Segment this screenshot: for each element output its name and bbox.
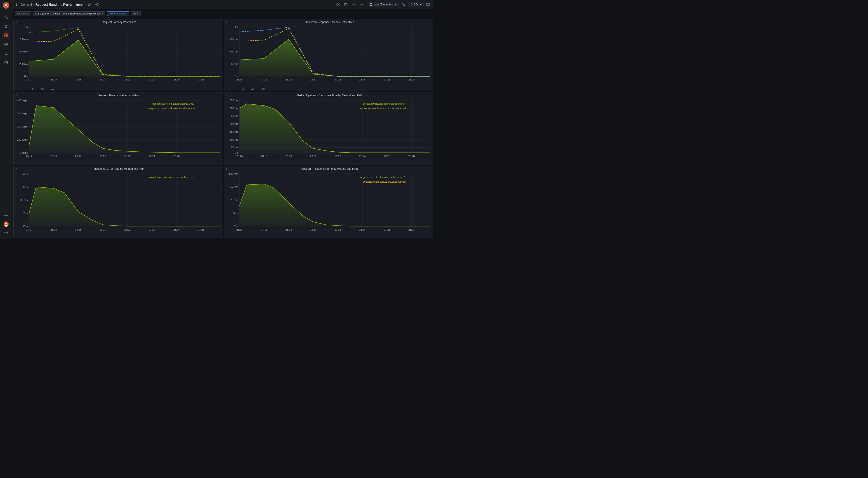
sidebar-item-explore[interactable]	[2, 40, 10, 49]
datasource-select[interactable]: Managed_Prometheus_defaultazuremonitorwo…	[33, 11, 105, 16]
service-ingress-select[interactable]: Service Ingress	[107, 11, 129, 16]
sidebar-item-search[interactable]	[2, 13, 10, 21]
svg-text:500 ms: 500 ms	[20, 50, 28, 53]
svg-marker-19	[88, 3, 91, 6]
panel-request-latency-body: 1 s 750 ms 500 ms 250 ms 0 s 23:14 23:16…	[13, 24, 223, 87]
panel-upstream-latency-body: 1 s 750 ms 500 ms 250 ms 0 s 23:14 23:16…	[224, 24, 433, 87]
svg-text:1 s: 1 s	[235, 26, 238, 28]
svg-text:23:20: 23:20	[100, 78, 106, 81]
svg-text:0 req/s: 0 req/s	[20, 152, 28, 154]
panel-request-rate: ℹ Request Rate by Method and Path	[13, 92, 223, 164]
svg-text:30.0%: 30.0%	[21, 198, 28, 201]
main-content: ❯ General / Request Handling Performance	[12, 0, 434, 239]
legend-label-p50-2: .5	[242, 88, 244, 90]
save-button[interactable]	[343, 1, 349, 8]
svg-text:23:18: 23:18	[75, 228, 81, 231]
svg-text:23:20: 23:20	[100, 228, 106, 231]
svg-line-23	[96, 4, 97, 4]
svg-text:23:16: 23:16	[261, 228, 267, 231]
datasource-value: Managed_Prometheus_defaultazuremonitorwo…	[35, 12, 101, 15]
svg-text:23:18: 23:18	[285, 78, 292, 81]
refresh-button[interactable]: 30s	[408, 2, 423, 7]
panel-info-icon[interactable]: ℹ	[16, 21, 17, 24]
svg-line-40	[404, 5, 405, 6]
svg-text:23:18: 23:18	[285, 155, 292, 158]
time-range-button[interactable]: Last 15 minutes	[367, 2, 399, 7]
panel-error-rate: ℹ Response Error Rate by Method and Path	[13, 166, 223, 238]
svg-text:350 ms: 350 ms	[230, 99, 238, 102]
sidebar-item-settings[interactable]	[2, 211, 10, 219]
svg-text:23:24: 23:24	[359, 155, 366, 158]
panel-info-icon-5[interactable]: ℹ	[16, 167, 17, 170]
add-panel-button[interactable]	[335, 1, 341, 8]
breadcrumb-section[interactable]: General	[21, 3, 32, 6]
svg-text:23:14: 23:14	[26, 155, 33, 158]
legend-item-p95-2: .95	[247, 88, 254, 90]
svg-text:25 s: 25 s	[233, 225, 238, 227]
svg-point-15	[5, 223, 7, 224]
filter-bar: datasource Managed_Prometheus_defaultazu…	[12, 9, 434, 18]
panel-info-icon-4[interactable]: ℹ	[226, 94, 227, 97]
svg-text:1.67 min: 1.67 min	[228, 185, 238, 188]
panel-median-upstream-header: ℹ Median Upstream Response Time by Metho…	[224, 92, 433, 97]
panel-info-icon-6[interactable]: ℹ	[226, 167, 227, 170]
svg-text:250 ms: 250 ms	[20, 63, 28, 65]
sidebar-item-alerts[interactable]	[2, 49, 10, 57]
dashboard-grid: ℹ Request Latency Percentiles	[12, 18, 434, 239]
help-button[interactable]: ?	[351, 1, 357, 8]
sidebar-item-reports[interactable]	[2, 58, 10, 66]
svg-line-37	[371, 4, 372, 5]
svg-text:23:22: 23:22	[124, 155, 130, 158]
sidebar-item-starred[interactable]	[2, 22, 10, 30]
svg-rect-41	[427, 3, 430, 5]
svg-rect-26	[338, 3, 339, 4]
legend-color-p99-2	[257, 89, 260, 89]
svg-rect-27	[336, 5, 338, 6]
all-select[interactable]: All	[131, 11, 141, 16]
svg-text:23:26: 23:26	[383, 155, 390, 158]
share-button[interactable]	[94, 1, 100, 8]
breadcrumb: General / Request Handling Performance	[21, 3, 83, 6]
svg-text:50 ms: 50 ms	[231, 146, 238, 149]
svg-text:1.25 min: 1.25 min	[228, 198, 238, 201]
legend-label-p95-2: .95	[251, 88, 254, 90]
sidebar-item-help[interactable]: ?	[2, 228, 10, 236]
svg-text:23:18: 23:18	[285, 228, 292, 231]
tv-mode-button[interactable]	[425, 1, 431, 8]
sidebar-item-dashboards[interactable]	[2, 31, 10, 39]
svg-text:23:26: 23:26	[174, 155, 180, 158]
sidebar-item-user[interactable]	[2, 220, 10, 228]
panel-info-icon-3[interactable]: ℹ	[16, 94, 17, 97]
app-logo[interactable]	[2, 2, 10, 9]
panel-error-rate-header: ℹ Response Error Rate by Method and Path	[13, 166, 223, 171]
svg-text:23:22: 23:22	[124, 228, 130, 231]
svg-text:2.08 min: 2.08 min	[228, 172, 238, 175]
svg-text:23:24: 23:24	[149, 78, 155, 81]
legend-color-p95-2	[247, 89, 250, 89]
panel-upstream-latency-legend: .5 .95 .99	[224, 87, 433, 91]
zoom-out-button[interactable]	[400, 1, 407, 8]
svg-rect-5	[6, 34, 8, 35]
svg-text:100 ms: 100 ms	[230, 138, 238, 141]
svg-text:20%: 20%	[23, 212, 28, 214]
svg-rect-25	[336, 3, 338, 4]
svg-text:23:28: 23:28	[408, 78, 414, 81]
svg-text:23:22: 23:22	[335, 78, 341, 81]
svg-text:23:20: 23:20	[310, 155, 316, 158]
panel-median-upstream-body: 350 ms 300 ms 250 ms 200 ms 150 ms 100 m…	[224, 97, 433, 164]
svg-marker-3	[4, 25, 8, 28]
svg-text:1 s: 1 s	[24, 26, 28, 28]
panel-info-icon-2[interactable]: ℹ	[226, 21, 227, 24]
panel-request-latency: ℹ Request Latency Percentiles	[13, 19, 223, 91]
legend-item-p99-2: .99	[257, 88, 265, 90]
legend-label-p99: .99	[51, 88, 54, 90]
settings-button[interactable]	[359, 1, 365, 8]
svg-text:40%: 40%	[23, 185, 28, 188]
svg-line-24	[96, 5, 97, 5]
datasource-tag: datasource	[15, 11, 31, 16]
svg-text:0 s: 0 s	[235, 152, 238, 154]
svg-point-20	[97, 3, 98, 4]
sidebar-collapse-button[interactable]: ❯	[15, 3, 18, 6]
legend-item-p50: .5	[27, 88, 33, 90]
star-button[interactable]	[86, 1, 92, 8]
